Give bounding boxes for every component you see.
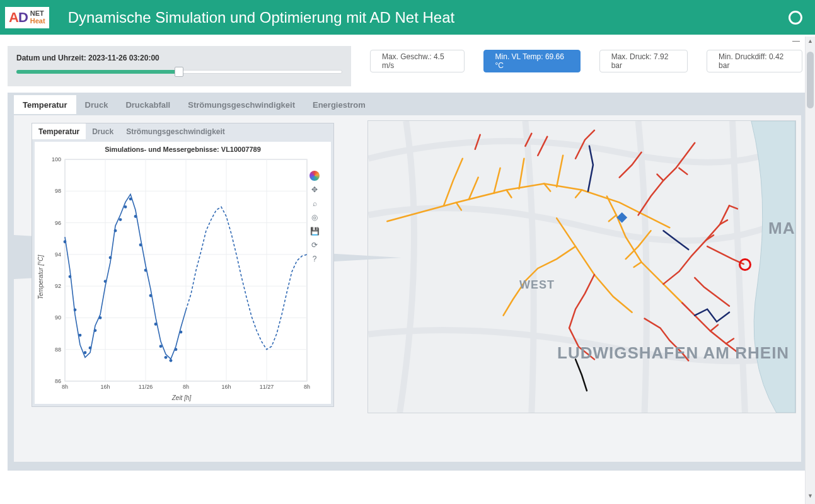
- time-slider[interactable]: [16, 66, 342, 77]
- chart-panel: Temperatur Druck Strömungsgeschwindigkei…: [32, 123, 334, 407]
- reset-icon[interactable]: ⟳: [309, 240, 320, 250]
- network-map[interactable]: WEST LUDWIGSHAFEN AM RHEIN MA: [367, 120, 796, 413]
- chart-tab-temperatur[interactable]: Temperatur: [32, 123, 86, 139]
- top-row: Datum und Uhrzeit: 2023-11-26 03:20:00 M…: [0, 35, 815, 93]
- svg-point-48: [139, 243, 142, 246]
- svg-point-50: [149, 294, 153, 297]
- svg-point-53: [165, 356, 168, 359]
- scroll-up-icon[interactable]: ▲: [806, 38, 815, 48]
- plot-xlabel: Zeit [h]: [172, 394, 192, 401]
- main-panel: Temperatur Druck Druckabfall Strömungsge…: [8, 93, 807, 471]
- svg-point-52: [159, 345, 163, 348]
- boxzoom-icon[interactable]: ⌕: [309, 198, 320, 209]
- pan-icon[interactable]: ✥: [309, 185, 320, 195]
- svg-point-56: [180, 331, 183, 334]
- svg-point-34: [69, 275, 72, 278]
- tabs-inner: Temperatur Druck Strömungsgeschwindigkei…: [32, 123, 333, 139]
- svg-point-49: [144, 269, 147, 272]
- svg-text:11/26: 11/26: [139, 384, 153, 390]
- selected-node-icon[interactable]: [739, 258, 751, 271]
- chart-tab-stroemung[interactable]: Strömungsgeschwindigkeit: [120, 123, 231, 139]
- svg-point-42: [109, 256, 112, 259]
- svg-text:88: 88: [55, 346, 61, 353]
- svg-point-51: [154, 323, 158, 326]
- slider-fill: [16, 70, 179, 74]
- logo-net: NET: [30, 10, 45, 18]
- logo-heat: Heat: [30, 18, 45, 25]
- svg-text:8h: 8h: [304, 384, 310, 390]
- svg-point-39: [94, 329, 97, 332]
- svg-point-33: [64, 240, 67, 243]
- svg-text:16h: 16h: [221, 384, 231, 390]
- temperature-plot[interactable]: 868890929496981008h16h11/268h16h11/278h …: [38, 154, 325, 400]
- svg-text:86: 86: [55, 378, 61, 384]
- wheelzoom-icon[interactable]: ◎: [309, 212, 320, 222]
- svg-point-47: [134, 215, 137, 218]
- scroll-down-icon[interactable]: ▼: [806, 493, 815, 503]
- tab-energiestrom[interactable]: Energiestrom: [304, 95, 374, 114]
- svg-point-41: [104, 280, 107, 283]
- time-panel: Datum und Uhrzeit: 2023-11-26 03:20:00: [8, 46, 351, 86]
- chart-tab-druck[interactable]: Druck: [86, 123, 120, 139]
- help-icon[interactable]: ?: [309, 254, 320, 264]
- metric-min-vl-temp[interactable]: Min. VL Temp: 69.66 °C: [483, 50, 581, 72]
- svg-point-55: [175, 348, 178, 351]
- svg-point-44: [119, 218, 122, 221]
- metric-max-speed[interactable]: Max. Geschw.: 4.5 m/s: [370, 50, 465, 72]
- plot-ylabel: Temperatur [°C]: [37, 255, 44, 299]
- metric-max-pressure[interactable]: Max. Druck: 7.92 bar: [599, 50, 688, 72]
- svg-text:100: 100: [52, 156, 61, 163]
- svg-point-35: [74, 308, 77, 311]
- svg-text:90: 90: [55, 314, 61, 321]
- chart-title: Simulations- und Messergebnisse: VL10007…: [38, 146, 327, 153]
- tab-druckabfall[interactable]: Druckabfall: [117, 95, 179, 114]
- svg-text:8h: 8h: [183, 384, 189, 390]
- svg-text:8h: 8h: [62, 384, 68, 390]
- svg-text:94: 94: [55, 251, 61, 258]
- page-title: Dynamische Simulation und Optimierung mi…: [68, 9, 455, 26]
- status-circle-icon: [789, 11, 802, 25]
- map-label-city: LUDWIGSHAFEN AM RHEIN: [557, 345, 789, 362]
- tabs-outer: Temperatur Druck Druckabfall Strömungsge…: [14, 93, 801, 114]
- svg-point-40: [99, 316, 102, 319]
- svg-text:16h: 16h: [100, 384, 110, 390]
- scrollbar-thumb[interactable]: [807, 52, 814, 108]
- bokeh-logo-icon[interactable]: [309, 171, 320, 181]
- time-label: Datum und Uhrzeit: 2023-11-26 03:20:00: [16, 54, 342, 62]
- minimize-icon[interactable]: —: [792, 37, 800, 45]
- vertical-scrollbar[interactable]: ▲ ▼: [805, 37, 815, 504]
- metric-min-pdiff[interactable]: Min. Druckdiff: 0.42 bar: [707, 50, 802, 72]
- logo: AD NET Heat: [5, 7, 49, 28]
- app-header: AD NET Heat Dynamische Simulation und Op…: [0, 0, 815, 35]
- tab-stroemung[interactable]: Strömungsgeschwindigkeit: [179, 95, 304, 114]
- save-icon[interactable]: 💾: [309, 226, 320, 236]
- svg-text:92: 92: [55, 283, 61, 289]
- svg-point-46: [129, 197, 132, 200]
- map-label-ma: MA: [768, 219, 795, 238]
- map-label-west: WEST: [519, 278, 555, 292]
- svg-point-37: [84, 351, 87, 354]
- svg-point-36: [79, 334, 82, 337]
- svg-text:11/27: 11/27: [260, 384, 274, 390]
- tab-druck[interactable]: Druck: [76, 95, 117, 114]
- svg-text:96: 96: [55, 220, 61, 226]
- logo-net-heat: NET Heat: [30, 10, 45, 25]
- chart-box: Simulations- und Messergebnisse: VL10007…: [35, 142, 331, 404]
- svg-point-38: [89, 346, 92, 350]
- svg-point-54: [170, 359, 173, 362]
- slider-handle[interactable]: [175, 67, 183, 77]
- stage: WEST LUDWIGSHAFEN AM RHEIN MA Temperatur…: [14, 115, 801, 462]
- svg-point-45: [124, 205, 127, 209]
- tab-temperatur[interactable]: Temperatur: [14, 95, 76, 114]
- plot-toolbar: ✥ ⌕ ◎ 💾 ⟳ ?: [308, 171, 321, 264]
- svg-text:98: 98: [55, 188, 61, 194]
- svg-point-43: [114, 229, 117, 232]
- logo-ad-icon: AD: [9, 9, 28, 26]
